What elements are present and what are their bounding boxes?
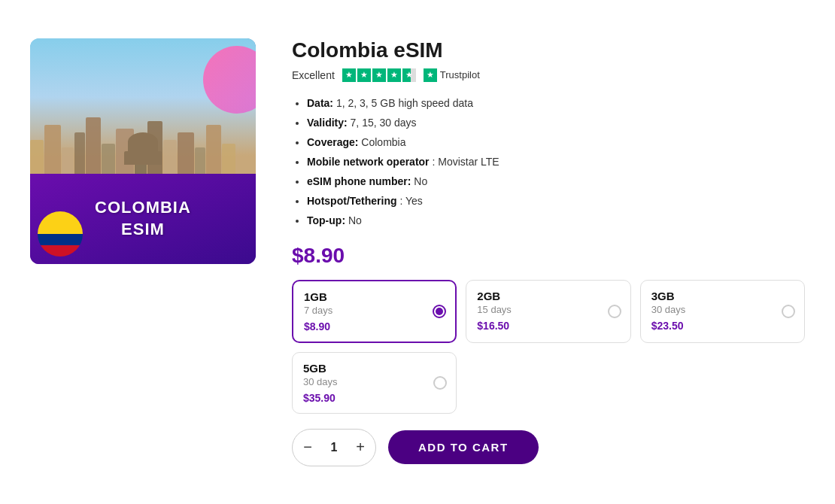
plan-1gb-radio xyxy=(433,305,446,318)
feature-data: Data: 1, 2, 3, 5 GB high speed data xyxy=(307,96,805,111)
plan-3gb-radio xyxy=(782,305,795,318)
feature-coverage-value: Colombia xyxy=(361,136,405,148)
product-page: COLOMBIA ESIM Colombia eSIM Excellent ★ … xyxy=(0,8,835,496)
rating-label: Excellent xyxy=(292,69,335,81)
plan-2gb-data: 2GB xyxy=(477,290,619,302)
trustpilot-row: Excellent ★ ★ ★ ★ ★ ★ Trustpilot xyxy=(292,68,805,82)
plan-5gb-price: $35.90 xyxy=(303,392,445,404)
feature-coverage-label: Coverage: xyxy=(307,136,358,148)
star-2: ★ xyxy=(357,68,371,82)
star-rating: ★ ★ ★ ★ ★ xyxy=(342,68,416,82)
plans-grid-row2: 5GB 30 days $35.90 xyxy=(292,352,805,414)
feature-hotspot-label: Hotspot/Tethering xyxy=(307,195,397,207)
country-flag xyxy=(38,211,83,257)
product-details-panel: Colombia eSIM Excellent ★ ★ ★ ★ ★ ★ Trus… xyxy=(292,38,805,466)
feature-data-value: 1, 2, 3, 5 GB high speed data xyxy=(336,97,473,109)
feature-hotspot-value: : Yes xyxy=(399,195,422,207)
feature-topup: Top-up: No xyxy=(307,213,805,229)
features-list: Data: 1, 2, 3, 5 GB high speed data Vali… xyxy=(292,96,805,229)
plan-3gb-days: 30 days xyxy=(651,304,794,315)
plan-1gb-days: 7 days xyxy=(304,305,445,316)
feature-operator-label: Mobile network operator xyxy=(307,156,430,168)
trustpilot-star-icon: ★ xyxy=(424,68,437,82)
plan-1gb[interactable]: 1GB 7 days $8.90 xyxy=(292,280,457,343)
plan-2gb-price: $16.50 xyxy=(477,320,619,332)
plan-5gb-data: 5GB xyxy=(303,362,445,375)
product-image: COLOMBIA ESIM xyxy=(30,38,256,264)
plan-2gb-days: 15 days xyxy=(477,304,619,315)
add-to-cart-button[interactable]: ADD TO CART xyxy=(388,430,539,464)
feature-operator: Mobile network operator : Movistar LTE xyxy=(307,154,805,170)
feature-phone-number: eSIM phone number: No xyxy=(307,174,805,190)
quantity-increase-button[interactable]: + xyxy=(345,433,375,463)
feature-phone-label: eSIM phone number: xyxy=(307,175,411,187)
plan-1gb-data: 1GB xyxy=(304,290,445,303)
plan-3gb-data: 3GB xyxy=(651,290,794,302)
plan-3gb-price: $23.50 xyxy=(651,320,794,332)
feature-hotspot: Hotspot/Tethering : Yes xyxy=(307,193,805,209)
feature-phone-value: No xyxy=(414,175,427,187)
product-price: $8.90 xyxy=(292,244,805,268)
star-1: ★ xyxy=(342,68,356,82)
plan-5gb-radio xyxy=(433,376,447,390)
feature-topup-value: No xyxy=(348,214,362,226)
feature-validity: Validity: 7, 15, 30 days xyxy=(307,115,805,131)
plan-2gb[interactable]: 2GB 15 days $16.50 xyxy=(466,280,630,343)
product-country-label: COLOMBIA xyxy=(95,197,191,219)
quantity-control: − 1 + xyxy=(292,429,376,466)
star-4: ★ xyxy=(387,68,401,82)
plans-grid-row1: 1GB 7 days $8.90 2GB 15 days $16.50 3GB … xyxy=(292,280,805,343)
cart-row: − 1 + ADD TO CART xyxy=(292,429,805,466)
plan-3gb[interactable]: 3GB 30 days $23.50 xyxy=(640,280,805,343)
feature-data-label: Data: xyxy=(307,97,333,109)
product-title: Colombia eSIM xyxy=(292,38,805,62)
feature-validity-label: Validity: xyxy=(307,117,348,129)
plan-2gb-radio xyxy=(608,305,621,318)
quantity-decrease-button[interactable]: − xyxy=(293,433,323,463)
plan-5gb[interactable]: 5GB 30 days $35.90 xyxy=(292,352,457,414)
trustpilot-label: Trustpilot xyxy=(440,69,480,80)
feature-validity-value: 7, 15, 30 days xyxy=(351,117,417,129)
trustpilot-logo: ★ Trustpilot xyxy=(424,68,480,82)
product-type-label: ESIM xyxy=(121,219,165,241)
feature-topup-label: Top-up: xyxy=(307,214,345,226)
plan-1gb-price: $8.90 xyxy=(304,320,445,332)
feature-coverage: Coverage: Colombia xyxy=(307,135,805,150)
flag-blue-stripe xyxy=(38,234,83,245)
star-5-half: ★ xyxy=(402,68,416,82)
feature-operator-value: : Movistar LTE xyxy=(432,156,499,168)
plan-5gb-days: 30 days xyxy=(303,376,445,387)
star-3: ★ xyxy=(372,68,386,82)
quantity-value: 1 xyxy=(323,441,345,454)
